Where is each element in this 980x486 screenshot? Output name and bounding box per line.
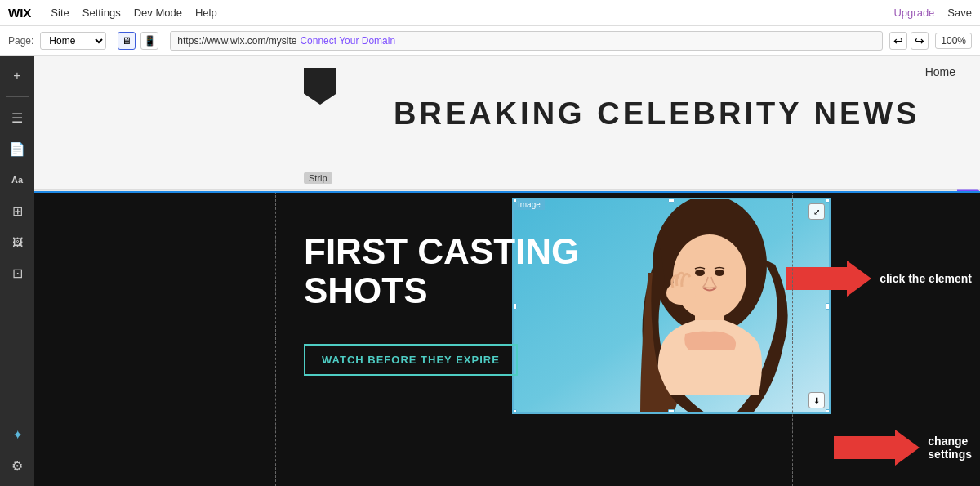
change-settings-text: change settings: [928, 435, 972, 461]
menu-item-settings[interactable]: Settings: [82, 7, 121, 19]
strip-label: Strip: [304, 172, 332, 184]
annotation-settings: change settings: [834, 430, 972, 466]
image-expand-handle[interactable]: ⤢: [808, 203, 825, 220]
add-icon[interactable]: +: [3, 62, 31, 90]
red-arrow-settings: [834, 430, 920, 466]
nav-buttons: ↩ ↪: [889, 32, 929, 50]
redo-button[interactable]: ↪: [911, 32, 929, 50]
header-section: Home BREAKING CELEBRITY NEWS: [34, 56, 980, 190]
themes-icon[interactable]: Aa: [3, 166, 31, 194]
content-text: FIRST CASTING SHOTS WATCH BEFORE THEY EX…: [304, 232, 579, 376]
undo-button[interactable]: ↩: [889, 32, 907, 50]
svg-marker-7: [786, 261, 871, 297]
dashed-line-left: [275, 191, 276, 486]
header-nav: Home: [925, 65, 956, 78]
image-resize-handle[interactable]: ⬇: [808, 392, 825, 408]
address-bar: Page: Home 🖥 📱 https://www.wix.com/mysit…: [0, 26, 980, 56]
handle-tl[interactable]: [512, 198, 517, 203]
menu-item-help[interactable]: Help: [195, 7, 217, 19]
mobile-device-icon[interactable]: 📱: [140, 32, 158, 50]
zoom-display[interactable]: 100%: [935, 33, 972, 49]
device-icons: 🖥 📱: [118, 32, 158, 50]
click-element-text: click the element: [880, 272, 972, 285]
left-sidebar: + ☰ 📄 Aa ⊞ 🖼 ⊡ ✦ ⚙: [0, 56, 34, 486]
handle-top[interactable]: [668, 198, 675, 203]
selection-line: [34, 191, 980, 193]
annotation-click: click the element: [786, 261, 972, 297]
media-icon[interactable]: 🖼: [3, 228, 31, 256]
top-menu-bar: WIX Site Settings Dev Mode Help Upgrade …: [0, 0, 980, 26]
upgrade-button[interactable]: Upgrade: [893, 7, 934, 19]
url-bar: https://www.wix.com/mysite Connect Your …: [170, 31, 883, 51]
bottom-settings-icon[interactable]: ⚙: [3, 452, 31, 479]
handle-br[interactable]: [826, 409, 831, 414]
editor-canvas: Home BREAKING CELEBRITY NEWS Strip Raw ↑…: [34, 56, 980, 486]
layers-icon[interactable]: ☰: [3, 104, 31, 132]
connect-domain-link[interactable]: Connect Your Domain: [300, 35, 395, 47]
save-button[interactable]: Save: [947, 7, 972, 19]
site-title: BREAKING CELEBRITY NEWS: [394, 96, 920, 132]
svg-point-5: [695, 270, 705, 276]
apps-icon[interactable]: ⊞: [3, 197, 31, 225]
menu-item-devmode[interactable]: Dev Mode: [134, 7, 182, 19]
sidebar-divider-1: [6, 96, 29, 97]
red-arrow-click: [786, 261, 871, 297]
watch-button[interactable]: WATCH BEFORE THEY EXPIRE: [304, 344, 518, 376]
dashed-line-right: [792, 191, 793, 486]
page-label: Page:: [8, 35, 33, 47]
handle-bottom[interactable]: [668, 409, 675, 414]
image-label-badge: Image: [514, 199, 545, 210]
desktop-device-icon[interactable]: 🖥: [118, 32, 136, 50]
menu-item-site[interactable]: Site: [51, 7, 69, 19]
components-icon[interactable]: ⊡: [3, 259, 31, 287]
sparkle-icon[interactable]: ✦: [3, 421, 31, 448]
pages-icon[interactable]: 📄: [3, 135, 31, 163]
heading-line2: SHOTS: [304, 271, 579, 310]
site-logo: [304, 68, 336, 105]
content-section: FIRST CASTING SHOTS WATCH BEFORE THEY EX…: [34, 191, 980, 486]
handle-bl[interactable]: [512, 409, 517, 414]
page-select[interactable]: Home: [40, 32, 106, 50]
svg-marker-8: [834, 430, 920, 466]
heading-line1: FIRST CASTING: [304, 232, 579, 271]
svg-point-6: [715, 270, 724, 276]
page-selector[interactable]: Home: [40, 32, 106, 50]
handle-tr[interactable]: [826, 198, 831, 203]
handle-right[interactable]: [826, 303, 831, 310]
wix-logo: WIX: [8, 6, 31, 20]
url-text: https://www.wix.com/mysite: [177, 35, 296, 47]
